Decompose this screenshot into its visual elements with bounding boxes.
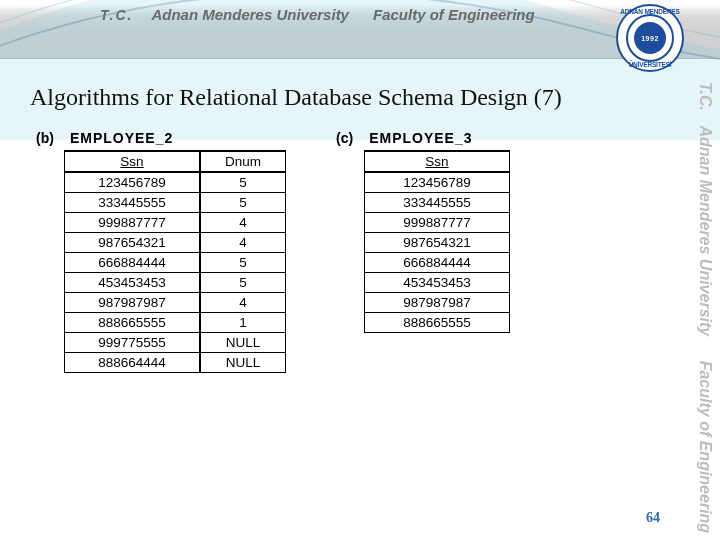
page-number: 64 xyxy=(646,510,660,526)
banner-faculty: Faculty of Engineering xyxy=(373,6,535,23)
logo-year: 1992 xyxy=(634,35,666,42)
cell: 987654321 xyxy=(365,233,510,253)
table-employee-3: Ssn 123456789 333445555 999887777 987654… xyxy=(364,150,510,333)
cell: 999887777 xyxy=(365,213,510,233)
cell: 333445555 xyxy=(365,193,510,213)
cell: NULL xyxy=(200,333,286,353)
side-faculty: Faculty of Engineering xyxy=(697,361,714,533)
cell: 666884444 xyxy=(65,253,201,273)
cell: 987654321 xyxy=(65,233,201,253)
cell: 999775555 xyxy=(65,333,201,353)
banner-university: Adnan Menderes University xyxy=(151,6,349,23)
cell: 4 xyxy=(200,233,286,253)
cell: 5 xyxy=(200,172,286,193)
cell: 987987987 xyxy=(65,293,201,313)
cell: 4 xyxy=(200,213,286,233)
figure-b-id: (b) xyxy=(36,130,54,146)
cell: 888664444 xyxy=(65,353,201,373)
cell: 123456789 xyxy=(365,172,510,193)
figure-b: (b) EMPLOYEE_2 Ssn Dnum 1234567895 33344… xyxy=(34,130,286,373)
cell: 5 xyxy=(200,273,286,293)
page-title: Algorithms for Relational Database Schem… xyxy=(30,84,660,111)
figures-container: (b) EMPLOYEE_2 Ssn Dnum 1234567895 33344… xyxy=(34,130,660,373)
banner-tc: T.C. xyxy=(100,7,133,23)
table-employee-2: Ssn Dnum 1234567895 3334455555 999887777… xyxy=(64,150,286,373)
cell: 888665555 xyxy=(65,313,201,333)
cell: NULL xyxy=(200,353,286,373)
side-tc: T.C. xyxy=(697,82,714,111)
cell: 666884444 xyxy=(365,253,510,273)
cell: 888665555 xyxy=(365,313,510,333)
cell: 123456789 xyxy=(65,172,201,193)
cell: 5 xyxy=(200,253,286,273)
cell: 5 xyxy=(200,193,286,213)
university-logo: ADNAN MENDERES 1992 ÜNİVERSİTESİ xyxy=(616,4,680,68)
col-header-ssn: Ssn xyxy=(65,151,201,172)
figure-c-id: (c) xyxy=(336,130,353,146)
logo-text-bottom: ÜNİVERSİTESİ xyxy=(618,61,682,68)
header-banner: T.C. Adnan Menderes University Faculty o… xyxy=(0,0,720,59)
figure-b-name: EMPLOYEE_2 xyxy=(70,130,173,146)
col-header-ssn: Ssn xyxy=(365,151,510,172)
cell: 453453453 xyxy=(365,273,510,293)
col-header-dnum: Dnum xyxy=(200,151,286,172)
side-university: Adnan Menderes University xyxy=(697,125,714,336)
cell: 333445555 xyxy=(65,193,201,213)
cell: 987987987 xyxy=(365,293,510,313)
cell: 453453453 xyxy=(65,273,201,293)
cell: 999887777 xyxy=(65,213,201,233)
figure-c-name: EMPLOYEE_3 xyxy=(369,130,472,146)
cell: 4 xyxy=(200,293,286,313)
logo-text-top: ADNAN MENDERES xyxy=(618,8,682,15)
cell: 1 xyxy=(200,313,286,333)
side-watermark: T.C. Adnan Menderes University Faculty o… xyxy=(684,82,714,502)
banner-text: T.C. Adnan Menderes University Faculty o… xyxy=(100,6,600,23)
figure-c: (c) EMPLOYEE_3 Ssn 123456789 333445555 9… xyxy=(334,130,510,333)
